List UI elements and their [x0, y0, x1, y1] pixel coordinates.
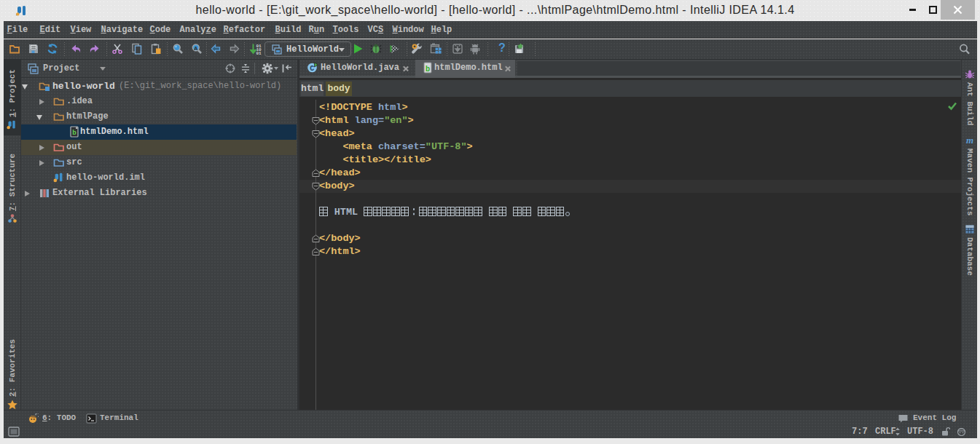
svg-text:C: C — [310, 65, 314, 73]
svg-text:b: b — [72, 129, 77, 136]
svg-text:A: A — [194, 45, 198, 52]
svg-text:01: 01 — [256, 51, 262, 55]
svg-text:b: b — [426, 65, 430, 73]
svg-text:m: m — [966, 135, 973, 145]
